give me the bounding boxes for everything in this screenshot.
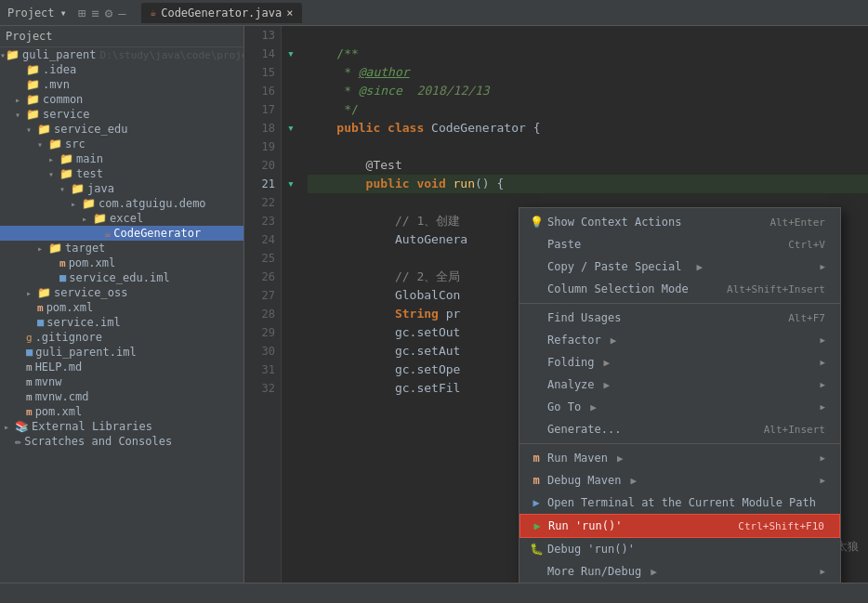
ctx-shortcut-analyze: ▶ — [604, 379, 611, 391]
line-num-14: 14 — [244, 45, 281, 63]
ctx-debug-run[interactable]: 🐛 Debug 'run()' — [519, 538, 840, 560]
ctx-label-debug-run: Debug 'run()' — [547, 543, 635, 556]
ctx-copy-paste-special[interactable]: Copy / Paste Special ▶ — [519, 256, 840, 278]
sidebar-item-guli_parent[interactable]: ▾ 📁 guli_parent D:\study\java\code\proje… — [0, 47, 243, 62]
arrow-icon: ▸ — [37, 243, 48, 254]
folder-icon: 📁 — [26, 78, 40, 91]
item-label: service_edu.iml — [69, 271, 169, 284]
arrow-icon: ▾ — [15, 110, 26, 120]
run-run-icon: ▶ — [530, 518, 545, 533]
sidebar-item-service_edu[interactable]: ▾ 📁 service_edu — [0, 122, 243, 137]
tab-close-icon[interactable]: × — [286, 7, 293, 20]
sidebar-item-service[interactable]: ▾ 📁 service — [0, 107, 243, 122]
editor-tab-codegenerator[interactable]: ☕ CodeGenerator.java × — [141, 3, 303, 23]
item-label: common — [43, 93, 83, 106]
ctx-shortcut-debug-maven: ▶ — [630, 475, 637, 487]
sidebar-item-test[interactable]: ▾ 📁 test — [0, 166, 243, 181]
code-area[interactable]: 13 14 15 16 17 18 19 20 21 22 23 24 25 2… — [244, 26, 868, 583]
item-label: target — [65, 242, 105, 255]
folder-icon: 📁 — [82, 197, 96, 210]
item-label: service_edu — [54, 123, 127, 136]
folder-icon: 📁 — [59, 152, 73, 165]
sidebar-item-service-oss[interactable]: ▸ 📁 service_oss — [0, 285, 243, 300]
project-dropdown-icon[interactable]: ▾ — [60, 7, 67, 20]
sidebar-item-excel[interactable]: ▸ 📁 excel — [0, 211, 243, 226]
item-label: src — [65, 138, 85, 151]
sidebar-item-help-md[interactable]: m HELP.md — [0, 360, 243, 374]
ctx-goto[interactable]: Go To ▶ — [519, 396, 840, 418]
item-label: HELP.md — [35, 360, 83, 374]
ctx-label-analyze: Analyze — [547, 378, 595, 391]
ctx-label-open-terminal: Open Terminal at the Current Module Path — [547, 496, 816, 509]
sidebar-item-pom-root[interactable]: m pom.xml — [0, 404, 243, 419]
ctx-debug-maven[interactable]: m Debug Maven ▶ — [519, 469, 840, 492]
item-label: CodeGenerator — [113, 227, 201, 240]
ctx-paste[interactable]: Paste Ctrl+V — [519, 233, 840, 256]
ctx-column-selection[interactable]: Column Selection Mode Alt+Shift+Insert — [519, 278, 840, 300]
sidebar-item-com_atguigu[interactable]: ▸ 📁 com.atguigu.demo — [0, 196, 243, 211]
sidebar-item-gitignore[interactable]: g .gitignore — [0, 330, 243, 345]
ctx-label-run-run: Run 'run()' — [548, 519, 622, 532]
sidebar-item-service-iml[interactable]: ■ service.iml — [0, 315, 243, 330]
sidebar-item-external-libraries[interactable]: ▸ 📚 External Libraries — [0, 419, 243, 434]
ctx-open-terminal[interactable]: ▶ Open Terminal at the Current Module Pa… — [519, 492, 840, 514]
ctx-label-goto: Go To — [547, 400, 581, 413]
ctx-run-maven[interactable]: m Run Maven ▶ — [519, 447, 840, 469]
tab-icon: ☕ — [151, 7, 157, 19]
folder-icon: 📁 — [59, 167, 73, 180]
sidebar-item-idea[interactable]: 📁 .idea — [0, 62, 243, 77]
toolbar-icon-2[interactable]: ≡ — [91, 6, 99, 20]
item-label: service_oss — [54, 286, 127, 299]
project-menu[interactable]: Project ▾ — [7, 7, 67, 20]
project-label[interactable]: Project — [7, 7, 55, 20]
ctx-folding[interactable]: Folding ▶ — [519, 351, 840, 374]
toolbar-icon-1[interactable]: ⊞ — [78, 6, 85, 20]
sidebar-item-pom-service[interactable]: m pom.xml — [0, 300, 243, 315]
line-num-25: 25 — [244, 249, 281, 268]
code-line-16: * @since 2018/12/13 — [308, 82, 868, 100]
sidebar-item-mvnw[interactable]: m mvnw — [0, 374, 243, 389]
code-line-20: @Test — [308, 156, 868, 175]
sidebar-item-target[interactable]: ▸ 📁 target — [0, 241, 243, 256]
ctx-find-usages[interactable]: Find Usages Alt+F7 — [519, 307, 840, 329]
sidebar-item-java[interactable]: ▾ 📁 java — [0, 181, 243, 196]
gutter-31 — [282, 360, 300, 379]
line-num-18: 18 — [244, 119, 281, 138]
sidebar-item-mvn[interactable]: 📁 .mvn — [0, 77, 243, 92]
toolbar-icon-4[interactable]: — — [118, 6, 125, 20]
sidebar-item-scratches[interactable]: ✏ Scratches and Consoles — [0, 434, 243, 449]
column-selection-icon — [529, 282, 544, 296]
sidebar-item-mvnw-cmd[interactable]: m mvnw.cmd — [0, 389, 243, 404]
code-line-19 — [308, 138, 868, 156]
folder-icon: 📁 — [6, 48, 20, 61]
arrow-icon: ▸ — [4, 422, 15, 432]
line-num-16: 16 — [244, 82, 281, 100]
item-label: .gitignore — [35, 331, 102, 344]
gutter-20 — [282, 156, 300, 175]
toolbar-icon-3[interactable]: ⚙ — [105, 6, 112, 20]
ctx-shortcut-show-context-actions: Alt+Enter — [769, 216, 825, 229]
gutter-17 — [282, 100, 300, 119]
sidebar-item-src[interactable]: ▾ 📁 src — [0, 137, 243, 151]
ctx-generate[interactable]: Generate... Alt+Insert — [519, 418, 840, 440]
sidebar-item-guli-parent-iml[interactable]: ■ guli_parent.iml — [0, 345, 243, 360]
ctx-analyze[interactable]: Analyze ▶ — [519, 374, 840, 396]
ctx-refactor[interactable]: Refactor ▶ — [519, 329, 840, 351]
sidebar-item-common[interactable]: ▸ 📁 common — [0, 92, 243, 107]
line-num-19: 19 — [244, 138, 281, 156]
md-icon: m — [26, 361, 33, 374]
ctx-label-find-usages: Find Usages — [547, 311, 621, 324]
sidebar-item-service-edu-iml[interactable]: ■ service_edu.iml — [0, 270, 243, 285]
sidebar-item-codegenerator[interactable]: ☕ CodeGenerator — [0, 226, 243, 241]
ctx-label-refactor: Refactor — [547, 334, 601, 347]
ctx-run-run[interactable]: ▶ Run 'run()' Ctrl+Shift+F10 — [519, 514, 840, 538]
ctx-label-more-run-debug: More Run/Debug — [547, 565, 641, 578]
sidebar-item-pom-edu[interactable]: m pom.xml — [0, 256, 243, 270]
item-label: pom.xml — [35, 405, 83, 418]
ctx-show-context-actions[interactable]: 💡 Show Context Actions Alt+Enter — [519, 211, 840, 233]
ctx-label-run-maven: Run Maven — [547, 452, 608, 465]
ctx-more-run-debug[interactable]: More Run/Debug ▶ — [519, 560, 840, 583]
sidebar-item-main[interactable]: ▸ 📁 main — [0, 151, 243, 166]
code-line-18: public class CodeGenerator { — [308, 119, 868, 138]
gutter: ▾ ▾ ▾ — [282, 26, 300, 583]
